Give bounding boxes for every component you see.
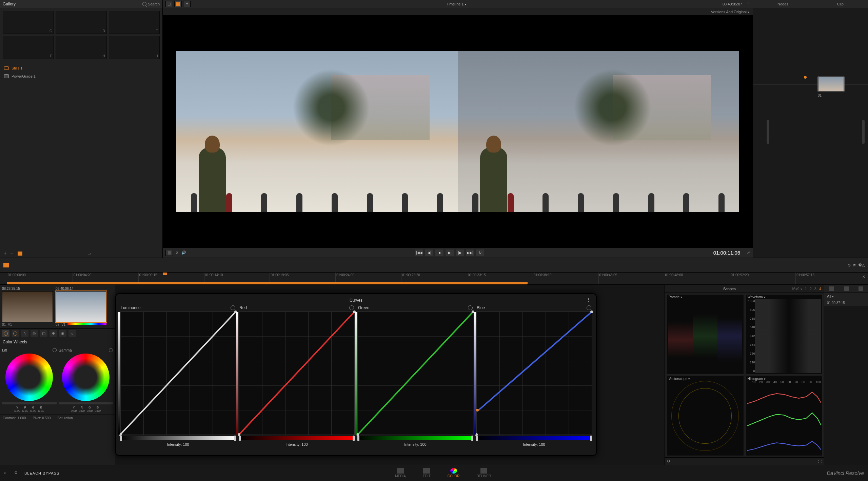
node-graph[interactable]: 01 (753, 8, 868, 258)
soft-clip-slider[interactable] (357, 436, 473, 440)
curve-handle-white[interactable] (590, 310, 593, 313)
kf-list-icon[interactable] (844, 286, 849, 291)
clip-thumb-selected[interactable]: 08:40:06:14 02V1 (56, 287, 106, 326)
tracker-tab[interactable]: ⊕ (50, 330, 57, 337)
add-album-button[interactable]: + (3, 251, 7, 256)
step-back-button[interactable]: ◀| (425, 249, 433, 256)
shuffle-icon[interactable]: ⤭ (176, 250, 179, 255)
play-button[interactable]: ▶ (446, 249, 454, 256)
curve-reset-icon[interactable] (231, 305, 235, 310)
node-scroll-right[interactable] (862, 120, 865, 144)
timeline-clip-bar[interactable] (7, 282, 528, 284)
scopes-layout-4[interactable]: 4 (819, 287, 821, 291)
curve-reset-icon[interactable] (349, 305, 354, 310)
scopes-aspect[interactable]: 16x9 (791, 287, 802, 291)
curve-intensity-value[interactable]: 100 (420, 442, 426, 446)
lift-wheel[interactable] (5, 354, 53, 401)
parade-scope[interactable]: Parade (666, 294, 744, 375)
curve-plot[interactable] (357, 312, 473, 435)
curve-intensity-value[interactable]: 100 (539, 442, 545, 446)
still-slot[interactable]: E (109, 11, 160, 34)
gallery-sort-icon[interactable]: ⋯ (156, 251, 160, 256)
pivot-readout[interactable]: Pivot: 0.500 (33, 416, 51, 420)
curve-plot[interactable] (120, 312, 236, 435)
step-fwd-button[interactable]: |▶ (456, 249, 464, 256)
wheel-handle[interactable] (27, 375, 31, 379)
node-input[interactable] (804, 76, 807, 79)
viewer-mode-grid[interactable] (174, 1, 182, 7)
viewer-canvas[interactable] (163, 16, 753, 247)
album-powergrade[interactable]: PowerGrade 1 (0, 72, 162, 80)
curve-reset-icon[interactable] (587, 305, 591, 310)
curve-intensity-value[interactable]: 100 (301, 442, 308, 446)
still-slot[interactable]: I (109, 36, 160, 59)
viewer-mode-single[interactable]: ▢ (165, 1, 173, 7)
gamma-master-slider[interactable] (59, 402, 113, 404)
node-scroll-left[interactable] (767, 120, 769, 144)
still-slot[interactable]: D (56, 11, 106, 34)
contrast-readout[interactable]: Contrast: 1.000 (3, 416, 26, 420)
kf-grid-icon[interactable] (829, 286, 834, 291)
gamma-wheel[interactable] (62, 354, 110, 401)
kf-info-icon[interactable] (859, 286, 863, 291)
still-slot[interactable]: F (3, 36, 54, 59)
remove-album-button[interactable]: − (9, 251, 14, 256)
blur-tab[interactable]: ◉ (59, 330, 66, 337)
clip-thumb[interactable]: 08:28:35:15 01V1 (2, 287, 53, 326)
vectorscope-scope[interactable]: Vectorscope (666, 376, 744, 456)
scopes-popout-icon[interactable]: ⛶ (818, 459, 822, 463)
viewer-expand-icon[interactable]: ⤢ (747, 250, 750, 255)
versions-dropdown[interactable]: Versions And Original (711, 10, 749, 14)
saturation-readout[interactable]: Saturation (57, 416, 73, 420)
playhead[interactable] (165, 273, 165, 284)
scopes-layout-1[interactable]: 1 (805, 287, 807, 291)
wheel-handle[interactable] (84, 375, 88, 379)
soft-clip-slider[interactable] (239, 436, 355, 440)
waveform-scope[interactable]: Waveform 10238967686405123842561280 (745, 294, 823, 375)
still-slot[interactable]: C (3, 11, 54, 34)
timeline-ruler[interactable]: 01:00:00:0001:00:04:2001:00:09:1501:00:1… (0, 273, 868, 285)
soft-clip-slider[interactable] (120, 436, 236, 440)
curves-tab[interactable]: ∿ (21, 330, 28, 337)
go-end-button[interactable]: ▶▶| (466, 249, 474, 256)
soft-clip-slider[interactable] (476, 436, 592, 440)
project-settings-icon[interactable]: ⚙ (14, 470, 20, 476)
timeline-bypass-icon[interactable]: ⊘ (848, 263, 851, 267)
go-start-button[interactable]: |◀◀ (415, 249, 423, 256)
gamma-reset-icon[interactable] (109, 348, 113, 352)
curves-options-icon[interactable]: ⋮ (587, 297, 591, 302)
curve-reset-icon[interactable] (468, 305, 473, 310)
scopes-layout-3[interactable]: 3 (814, 287, 816, 291)
primaries-bars-tab[interactable] (12, 330, 19, 337)
gallery-search[interactable]: Search (142, 2, 160, 6)
page-media[interactable]: MEDIA (395, 468, 406, 478)
timeline-expand-icon[interactable]: �△ (858, 263, 865, 267)
clip-tab[interactable]: Clip (837, 2, 844, 6)
gallery-filter-icon[interactable]: ▭ (87, 251, 91, 256)
page-color[interactable]: COLOR (448, 468, 460, 478)
home-icon[interactable]: ⌂ (4, 470, 9, 476)
list-view-icon[interactable] (18, 252, 22, 256)
timeline-name[interactable]: Timeline 1 (191, 2, 723, 6)
qualifier-tab[interactable]: ◎ (31, 330, 38, 337)
curve-plot[interactable] (476, 312, 592, 435)
viewer-mode-cinema[interactable]: ✦ (183, 1, 191, 7)
window-tab[interactable]: ▢ (40, 330, 47, 337)
curve-plot[interactable] (239, 312, 355, 435)
scopes-layout-2[interactable]: 2 (810, 287, 812, 291)
corrector-node[interactable]: 01 (817, 76, 845, 92)
wipe-mode-button[interactable]: ▥ (165, 250, 173, 256)
curve-intensity-value[interactable]: 100 (183, 442, 189, 446)
key-tab[interactable]: ○ (68, 330, 76, 337)
clips-view-icon[interactable] (3, 263, 9, 267)
mute-icon[interactable]: 🔊 (181, 250, 186, 255)
histogram-scope[interactable]: Histogram 0102030405060708090100 (745, 376, 823, 456)
loop-button[interactable]: ↻ (476, 249, 484, 256)
page-deliver[interactable]: DELIVER (476, 468, 491, 478)
stop-button[interactable]: ■ (435, 249, 443, 256)
page-edit[interactable]: EDIT (423, 468, 431, 478)
lift-master-slider[interactable] (2, 402, 57, 404)
timeline-flag-icon[interactable]: ⚑ (853, 263, 856, 267)
lift-reset-icon[interactable] (53, 348, 57, 352)
primaries-wheels-tab[interactable] (2, 330, 9, 337)
